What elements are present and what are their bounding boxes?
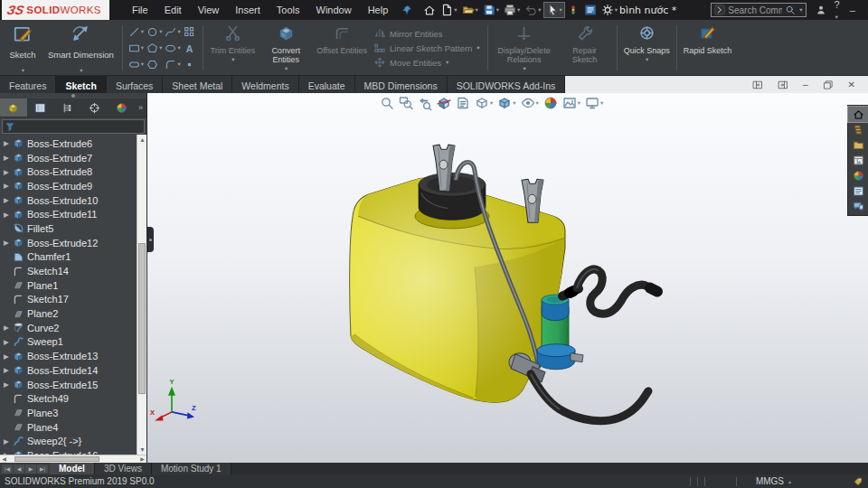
- mirror-entities-button[interactable]: Mirror Entities: [373, 27, 480, 40]
- collapse-left-pane-icon[interactable]: [750, 80, 765, 90]
- expand-arrow-icon[interactable]: ▶: [3, 182, 10, 190]
- home-tab-icon[interactable]: [848, 107, 868, 122]
- apply-scene-icon-caret[interactable]: ▾: [578, 99, 580, 107]
- tree-item[interactable]: Plane2: [3, 306, 136, 321]
- undo-icon[interactable]: ▾: [523, 3, 542, 17]
- tree-item[interactable]: Sketch49: [3, 391, 136, 406]
- tag-editing-icon[interactable]: [853, 476, 863, 487]
- menu-tools[interactable]: Tools: [269, 2, 308, 18]
- convert-entities-button[interactable]: Convert Entities▾: [258, 22, 314, 74]
- search-caret-icon[interactable]: ▾: [799, 6, 802, 14]
- new-document-icon-caret[interactable]: ▾: [454, 6, 457, 14]
- repair-sketch-button[interactable]: Repair Sketch: [557, 22, 613, 74]
- help-button[interactable]: ?▾: [835, 0, 840, 21]
- tree-item[interactable]: ▶Sweep1: [3, 335, 136, 350]
- minimize-document-icon[interactable]: –: [801, 80, 810, 89]
- tree-item[interactable]: ▶Boss-Extrude9: [3, 179, 136, 193]
- menu-view[interactable]: View: [190, 2, 228, 18]
- featuremanager-tree-tab[interactable]: [0, 99, 27, 117]
- expand-arrow-icon[interactable]: ▶: [3, 154, 10, 162]
- panel-tabs-overflow-icon[interactable]: »: [135, 99, 146, 117]
- display-style-icon[interactable]: ▾: [496, 95, 516, 111]
- sketch-button[interactable]: Sketch ▾: [2, 22, 43, 74]
- hscroll-thumb[interactable]: [14, 456, 99, 462]
- expand-arrow-icon[interactable]: ▶: [3, 196, 10, 204]
- expand-arrow-icon[interactable]: ▶: [3, 437, 10, 446]
- magnifier-icon[interactable]: [785, 5, 796, 15]
- tab-features[interactable]: Features: [0, 76, 56, 93]
- quick-snaps-button[interactable]: Quick Snaps▾: [621, 22, 673, 74]
- expand-arrow-icon[interactable]: ▶: [3, 352, 10, 361]
- tree-item[interactable]: Plane4: [3, 420, 136, 435]
- menu-file[interactable]: File: [124, 2, 156, 18]
- panel-splitter-handle[interactable]: [147, 227, 154, 252]
- home-icon[interactable]: [421, 3, 438, 17]
- tree-item[interactable]: ▶Boss-Extrude16: [3, 448, 136, 455]
- tree-item[interactable]: Fillet5: [3, 221, 136, 236]
- selection-filter-icon[interactable]: [565, 3, 581, 17]
- tree-item[interactable]: ▶Sweep2{ ->}: [3, 434, 136, 448]
- graphics-viewport[interactable]: Y X Z ▾▾▾▾▾: [147, 93, 868, 463]
- tree-item[interactable]: ▶Boss-Extrude15: [3, 378, 136, 392]
- options-gear-icon[interactable]: ▾: [599, 3, 619, 17]
- sketch-caret-icon[interactable]: ▾: [22, 67, 24, 74]
- expand-arrow-icon[interactable]: ▶: [3, 338, 10, 346]
- options-gear-icon-caret[interactable]: ▾: [615, 6, 618, 14]
- display-delete-relations-button[interactable]: Display/Delete Relations▾: [492, 22, 557, 74]
- tab-sketch[interactable]: Sketch: [56, 76, 106, 93]
- zoom-to-fit-icon[interactable]: [379, 95, 395, 111]
- scroll-left-icon[interactable]: ◀: [0, 455, 8, 464]
- menu-insert[interactable]: Insert: [227, 2, 269, 18]
- expand-arrow-icon[interactable]: ▶: [3, 380, 10, 389]
- collapse-right-pane-icon[interactable]: [776, 80, 790, 90]
- sketch-entity-hexagon-button[interactable]: [146, 59, 162, 70]
- view-settings-icon-caret[interactable]: ▾: [600, 99, 603, 107]
- apply-scene-icon[interactable]: ▾: [561, 95, 581, 111]
- sketch-entity-text-button[interactable]: A: [184, 42, 198, 54]
- edit-appearance-icon[interactable]: [542, 95, 559, 111]
- scroll-thumb[interactable]: [138, 243, 146, 393]
- solidworks-forum-icon[interactable]: [848, 199, 868, 214]
- expand-arrow-icon[interactable]: ▶: [3, 324, 10, 332]
- hide-show-items-icon-caret[interactable]: ▾: [536, 99, 539, 107]
- bottom-tab-3d-views[interactable]: 3D Views: [95, 463, 152, 474]
- tab-evaluate[interactable]: Evaluate: [299, 76, 355, 93]
- first-tab-icon[interactable]: |◀: [2, 465, 13, 474]
- prev-tab-icon[interactable]: ◀: [14, 465, 24, 474]
- tree-item[interactable]: ▶Boss-Extrude6: [3, 136, 136, 151]
- hide-show-items-icon[interactable]: ▾: [520, 95, 540, 111]
- minimize-window-icon[interactable]: –: [848, 5, 857, 15]
- user-account-icon[interactable]: [816, 5, 826, 15]
- tab-solidworks-add-ins[interactable]: SOLIDWORKS Add-Ins: [448, 76, 566, 93]
- custom-properties-icon[interactable]: [848, 183, 868, 199]
- configurationmanager-tab[interactable]: [54, 99, 81, 117]
- design-library-icon[interactable]: [848, 122, 868, 137]
- offset-entities-button[interactable]: Offset Entities: [314, 22, 370, 74]
- scroll-right-icon[interactable]: ▶: [138, 455, 146, 464]
- move-entities-button[interactable]: Move Entities▾: [373, 56, 480, 69]
- tree-filter[interactable]: [2, 119, 145, 134]
- zoom-to-area-icon[interactable]: [398, 95, 414, 111]
- last-tab-icon[interactable]: ▶|: [37, 465, 48, 474]
- sketch-entity-circle-button[interactable]: ▾: [146, 26, 162, 38]
- menu-edit[interactable]: Edit: [156, 2, 190, 18]
- scroll-up-icon[interactable]: ▲: [137, 135, 146, 145]
- print-icon-caret[interactable]: ▾: [517, 6, 520, 14]
- tree-item[interactable]: Plane3: [3, 406, 136, 420]
- tree-item[interactable]: ▶Boss-Extrude11: [3, 207, 136, 221]
- new-document-icon[interactable]: ▾: [439, 3, 458, 17]
- tree-item[interactable]: ▶Boss-Extrude8: [3, 164, 136, 179]
- smart-dimension-caret-icon[interactable]: ▾: [80, 67, 82, 74]
- annotation-views-icon[interactable]: [455, 95, 471, 111]
- next-tab-icon[interactable]: ▶: [25, 465, 36, 474]
- expand-arrow-icon[interactable]: ▶: [3, 239, 10, 247]
- sketch-entity-polygon-button[interactable]: ▾: [146, 42, 162, 54]
- tree-vertical-scrollbar[interactable]: ▲ ▼: [137, 135, 146, 455]
- sketch-entity-point-button[interactable]: [184, 59, 198, 70]
- select-cursor-icon-caret[interactable]: ▾: [560, 6, 562, 14]
- sketch-entity-line-button[interactable]: ▾: [128, 26, 144, 38]
- smart-dimension-button[interactable]: Smart Dimension ▾: [43, 22, 118, 74]
- displaymanager-tab[interactable]: [108, 99, 135, 117]
- expand-arrow-icon[interactable]: ▶: [3, 366, 10, 374]
- sketch-entity-sketch-fillet-button[interactable]: ▾: [165, 59, 180, 70]
